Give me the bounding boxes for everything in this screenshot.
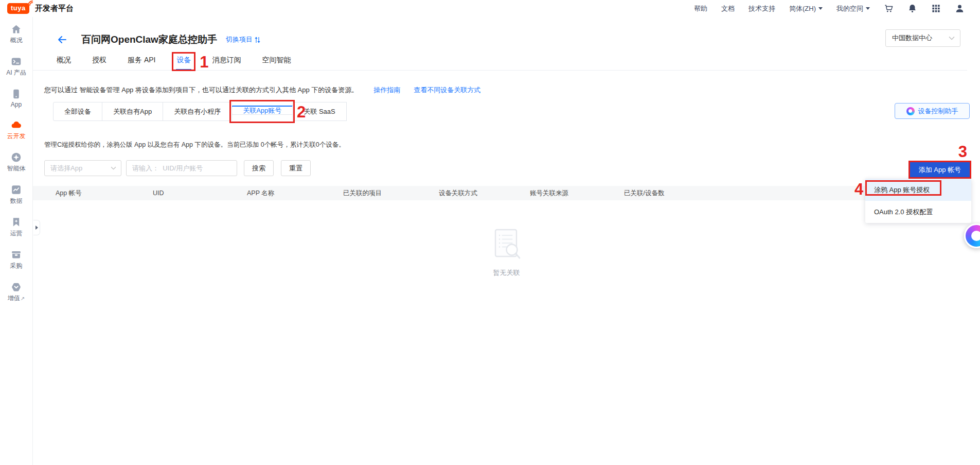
bell-icon[interactable] bbox=[907, 4, 917, 13]
manage-summary-text: 管理C端授权给你的，涂鸦公版 App 以及您自有 App 下的设备。当前已添加 … bbox=[33, 121, 980, 149]
language-menu[interactable]: 简体(ZH) bbox=[789, 4, 823, 13]
sidebar-item-label: 运营 bbox=[10, 229, 23, 238]
assistant-button-label: 设备控制助手 bbox=[918, 107, 958, 116]
home-icon bbox=[11, 24, 22, 35]
column-header-app-name: APP 名称 bbox=[247, 189, 343, 198]
relation-methods-link[interactable]: 查看不同设备关联方式 bbox=[411, 85, 480, 95]
datacenter-value: 中国数据中心 bbox=[892, 33, 932, 43]
sort-arrows-icon bbox=[255, 37, 260, 43]
support-link[interactable]: 技术支持 bbox=[749, 4, 775, 13]
sidebar-item-value-added[interactable]: 增值↗ bbox=[8, 282, 25, 303]
terminal-icon bbox=[11, 56, 22, 67]
hexagon-icon bbox=[11, 282, 22, 292]
caret-down-icon bbox=[866, 7, 870, 10]
main-content: 百问网OpenClaw家庭总控助手 切换项目 中国数据中心 概况 授权 服务 A… bbox=[33, 17, 980, 465]
tab-devices-wrap: 设备 1 bbox=[176, 56, 191, 64]
device-description: 您可以通过 智能设备管理 App 将设备添加到项目下，也可以通过关联的方式引入其… bbox=[44, 85, 358, 95]
subtab-app-account[interactable]: 关联App账号 bbox=[231, 106, 293, 115]
menu-item-label: OAuth 2.0 授权配置 bbox=[874, 208, 933, 217]
back-arrow-icon[interactable] bbox=[57, 34, 68, 45]
project-header: 百问网OpenClaw家庭总控助手 切换项目 中国数据中心 bbox=[33, 17, 980, 49]
main-sidebar: 概况 AI 产品 App 云开发 智能体 数据 运营 bbox=[0, 17, 33, 465]
sidebar-item-app[interactable]: App bbox=[11, 89, 22, 108]
sidebar-item-label: 采购 bbox=[10, 262, 23, 270]
sidebar-item-label: 概况 bbox=[10, 36, 23, 45]
datacenter-select[interactable]: 中国数据中心 bbox=[885, 29, 960, 47]
sidebar-item-text: 增值 bbox=[8, 294, 20, 303]
tuya-logo-box: tuya bbox=[7, 3, 29, 14]
subtab-all-devices[interactable]: 全部设备 bbox=[53, 102, 102, 121]
tab-message-subscription[interactable]: 消息订阅 bbox=[212, 56, 241, 64]
menu-item-tuya-app-auth[interactable]: 涂鸦 App 账号授权 4 bbox=[865, 179, 971, 201]
tab-service-api[interactable]: 服务 API bbox=[128, 56, 155, 64]
device-control-assistant-button[interactable]: 设备控制助手 bbox=[895, 103, 970, 119]
my-space-menu[interactable]: 我的空间 bbox=[836, 4, 870, 13]
sidebar-item-overview[interactable]: 概况 bbox=[10, 24, 23, 45]
language-label: 简体(ZH) bbox=[789, 4, 816, 13]
tab-authorization[interactable]: 授权 bbox=[92, 56, 106, 64]
annotation-number-1: 1 bbox=[200, 54, 208, 70]
cart-icon[interactable] bbox=[884, 4, 894, 13]
app-select[interactable]: 请选择App bbox=[44, 160, 121, 176]
sidebar-item-ai-products[interactable]: AI 产品 bbox=[6, 56, 26, 77]
box-icon bbox=[11, 249, 22, 260]
search-button[interactable]: 搜索 bbox=[244, 160, 274, 176]
device-subtabs: 全部设备 关联自有App 关联自有小程序 关联App账号 2 关联 SaaS bbox=[33, 95, 980, 121]
operation-guide-link[interactable]: 操作指南 bbox=[371, 85, 400, 95]
top-right-nav: 帮助 文档 技术支持 简体(ZH) 我的空间 bbox=[694, 4, 965, 13]
apps-grid-icon[interactable] bbox=[931, 4, 941, 13]
chevron-down-icon bbox=[949, 36, 955, 40]
sidebar-item-data[interactable]: 数据 bbox=[10, 184, 23, 205]
platform-name: 开发者平台 bbox=[35, 4, 74, 13]
add-account-dropdown: 涂鸦 App 账号授权 4 OAuth 2.0 授权配置 bbox=[865, 179, 971, 223]
assistant-gradient-icon bbox=[906, 107, 915, 115]
docs-link[interactable]: 文档 bbox=[721, 4, 735, 13]
uid-search-input[interactable] bbox=[126, 160, 237, 176]
filter-row: 请选择App 搜索 重置 bbox=[33, 160, 980, 176]
empty-search-doc-icon bbox=[491, 228, 523, 262]
sidebar-item-agent[interactable]: 智能体 bbox=[7, 152, 26, 173]
tab-overview[interactable]: 概况 bbox=[57, 56, 71, 64]
agent-icon bbox=[11, 152, 22, 163]
subtab-own-miniprogram[interactable]: 关联自有小程序 bbox=[163, 102, 232, 121]
table-header-row: App 帐号 UID APP 名称 已关联的项目 设备关联方式 账号关联来源 已… bbox=[33, 186, 971, 200]
column-header-account-source: 账号关联来源 bbox=[530, 189, 624, 198]
device-description-row: 您可以通过 智能设备管理 App 将设备添加到项目下，也可以通过关联的方式引入其… bbox=[33, 71, 980, 95]
column-header-uid: UID bbox=[153, 190, 247, 197]
page-title: 百问网OpenClaw家庭总控助手 bbox=[81, 33, 217, 46]
sidebar-item-operations[interactable]: 运营 bbox=[10, 217, 23, 238]
add-account-group: 3 添加 App 帐号 bbox=[908, 161, 971, 179]
sidebar-item-label: 数据 bbox=[10, 197, 23, 205]
tab-space-intelligence[interactable]: 空间智能 bbox=[262, 56, 291, 64]
tuya-logo-text: tuya bbox=[11, 4, 26, 12]
top-bar: tuya 开发者平台 帮助 文档 技术支持 简体(ZH) 我的空间 bbox=[0, 0, 980, 17]
sidebar-item-cloud-dev[interactable]: 云开发 bbox=[7, 119, 26, 141]
subtab-own-app[interactable]: 关联自有App bbox=[102, 102, 163, 121]
app-select-placeholder: 请选择App bbox=[50, 164, 82, 173]
switch-project-label: 切换项目 bbox=[226, 35, 253, 44]
sidebar-item-label: 增值↗ bbox=[8, 294, 25, 303]
column-header-relation-method: 设备关联方式 bbox=[439, 189, 530, 198]
add-app-account-button[interactable]: 添加 App 帐号 bbox=[910, 162, 970, 177]
annotation-box-3: 添加 App 帐号 bbox=[908, 161, 971, 179]
panel-expand-handle[interactable] bbox=[33, 220, 40, 235]
tab-devices[interactable]: 设备 bbox=[176, 56, 191, 64]
external-link-icon: ↗ bbox=[21, 296, 25, 301]
switch-project-link[interactable]: 切换项目 bbox=[226, 35, 260, 44]
chevron-down-icon bbox=[111, 166, 116, 170]
my-space-label: 我的空间 bbox=[836, 4, 863, 13]
operation-guide-label: 操作指南 bbox=[373, 85, 400, 95]
chart-icon bbox=[11, 184, 22, 195]
reset-button[interactable]: 重置 bbox=[281, 160, 311, 176]
menu-item-oauth-config[interactable]: OAuth 2.0 授权配置 bbox=[865, 201, 971, 223]
sidebar-item-procurement[interactable]: 采购 bbox=[10, 249, 23, 270]
sidebar-item-label: 智能体 bbox=[7, 164, 26, 173]
empty-state-text: 暂无关联 bbox=[493, 268, 520, 278]
tuya-logo[interactable]: tuya 开发者平台 bbox=[7, 3, 74, 14]
project-tabs: 概况 授权 服务 API 设备 1 消息订阅 空间智能 bbox=[33, 49, 967, 71]
user-icon[interactable] bbox=[955, 4, 965, 13]
column-header-linked-projects: 已关联的项目 bbox=[343, 189, 439, 198]
mobile-icon bbox=[11, 89, 22, 99]
help-link[interactable]: 帮助 bbox=[694, 4, 707, 13]
empty-state: 暂无关联 bbox=[33, 228, 980, 278]
